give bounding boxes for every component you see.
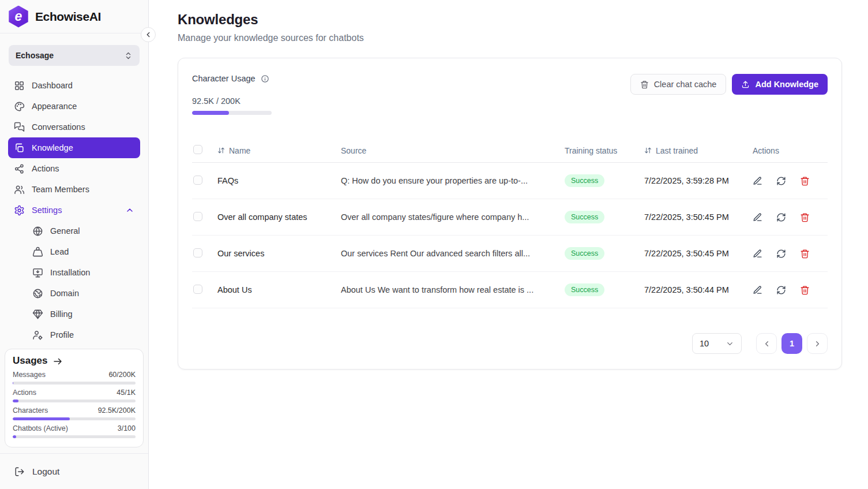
sidebar-collapse-button[interactable] <box>141 27 156 42</box>
row-source: About Us We want to transform how real e… <box>341 285 565 294</box>
add-knowledge-button[interactable]: Add Knowledge <box>732 74 828 95</box>
column-header-source: Source <box>341 146 565 155</box>
status-badge: Success <box>565 247 604 260</box>
previous-page-button[interactable] <box>756 333 777 354</box>
row-checkbox[interactable] <box>193 285 202 294</box>
usage-value: 45/1K <box>117 389 136 397</box>
conversations-icon <box>14 122 25 133</box>
sidebar-nav: Dashboard Appearance Conversations Knowl… <box>0 75 148 345</box>
row-name: About Us <box>217 285 341 294</box>
sidebar-item-knowledge[interactable]: Knowledge <box>8 137 140 158</box>
table-row: Over all company states Over all company… <box>192 199 828 236</box>
sidebar-item-general[interactable]: General <box>8 221 140 241</box>
trash-icon <box>640 80 649 89</box>
row-checkbox[interactable] <box>193 248 202 257</box>
sidebar-item-lead[interactable]: Lead <box>8 241 140 262</box>
sidebar-item-domain[interactable]: Domain <box>8 283 140 304</box>
chevron-left-icon <box>762 339 771 348</box>
delete-button[interactable] <box>800 249 810 259</box>
delete-button[interactable] <box>800 285 810 295</box>
sidebar-item-dashboard[interactable]: Dashboard <box>8 75 140 96</box>
brand-name: EchowiseAI <box>35 10 101 24</box>
page-size-select[interactable]: 10 <box>692 333 742 354</box>
trash-icon <box>800 212 810 222</box>
row-name: Over all company states <box>217 212 341 222</box>
row-checkbox[interactable] <box>193 176 202 185</box>
page-number-button[interactable]: 1 <box>781 333 802 354</box>
sidebar-item-installation[interactable]: Installation <box>8 262 140 283</box>
upload-icon <box>741 80 750 89</box>
edit-button[interactable] <box>753 212 762 222</box>
usage-value: 3/100 <box>118 424 136 432</box>
sidebar-item-label: Knowledge <box>32 143 73 152</box>
edit-button[interactable] <box>753 249 762 259</box>
appearance-icon <box>14 101 25 112</box>
sidebar-item-settings[interactable]: Settings <box>8 200 140 221</box>
refresh-icon <box>776 285 786 295</box>
knowledge-icon <box>14 143 25 154</box>
add-knowledge-label: Add Knowledge <box>755 80 818 89</box>
workspace-selector[interactable]: Echosage <box>9 45 140 66</box>
usages-title: Usages <box>13 355 136 367</box>
select-all-checkbox[interactable] <box>193 145 202 154</box>
brand-header: e EchowiseAI <box>0 0 148 33</box>
next-page-button[interactable] <box>807 333 828 354</box>
delete-button[interactable] <box>800 176 810 186</box>
table-row: About Us About Us We want to transform h… <box>192 272 828 308</box>
brand-logo: e <box>7 6 29 28</box>
usage-row-chatbots: Chatbots (Active) 3/100 <box>13 424 136 438</box>
sidebar-item-label: General <box>50 226 80 236</box>
table-header-row: Name Source Training status Last trained… <box>192 139 828 163</box>
chevron-right-icon <box>813 339 822 348</box>
column-header-last-trained[interactable]: Last trained <box>644 146 753 155</box>
sidebar-item-label: Actions <box>32 164 59 173</box>
refresh-icon <box>776 176 786 186</box>
row-checkbox[interactable] <box>193 212 202 221</box>
retrain-button[interactable] <box>776 249 786 259</box>
row-name: Our services <box>217 249 341 258</box>
row-last-trained: 7/22/2025, 3:50:45 PM <box>644 249 753 258</box>
sidebar-item-appearance[interactable]: Appearance <box>8 96 140 117</box>
retrain-button[interactable] <box>776 285 786 295</box>
delete-button[interactable] <box>800 212 810 222</box>
usage-value: 60/200K <box>108 371 136 379</box>
actions-icon <box>14 163 25 174</box>
clear-chat-cache-label: Clear chat cache <box>654 80 717 89</box>
edit-button[interactable] <box>753 285 762 295</box>
sidebar-item-team-members[interactable]: Team Members <box>8 179 140 200</box>
refresh-icon <box>776 212 786 222</box>
sidebar-item-label: Lead <box>50 247 69 256</box>
edit-button[interactable] <box>753 176 762 186</box>
sidebar-item-label: Settings <box>32 206 62 215</box>
settings-gear-icon <box>14 205 25 216</box>
sidebar-item-conversations[interactable]: Conversations <box>8 117 140 137</box>
sidebar-item-label: Billing <box>50 309 73 319</box>
column-header-label: Name <box>229 146 250 155</box>
sidebar-item-billing[interactable]: Billing <box>8 304 140 324</box>
sidebar-item-label: Appearance <box>32 102 77 111</box>
chevrons-up-down-icon <box>124 51 133 60</box>
table-row: FAQs Q: How do you ensure your propertie… <box>192 163 828 199</box>
main-content: Knowledges Manage your knowledge sources… <box>149 0 868 489</box>
column-header-name[interactable]: Name <box>217 146 341 155</box>
refresh-icon <box>776 249 786 259</box>
usage-label: Actions <box>13 389 36 397</box>
usages-card[interactable]: Usages Messages 60/200K Actions 45/1K Ch… <box>5 349 144 447</box>
logout-button[interactable]: Logout <box>0 453 148 489</box>
usages-title-label: Usages <box>13 355 47 367</box>
pen-icon <box>753 249 762 259</box>
sidebar-item-profile[interactable]: Profile <box>8 324 140 345</box>
retrain-button[interactable] <box>776 176 786 186</box>
info-icon[interactable] <box>261 74 269 83</box>
usage-row-characters: Characters 92.5K/200K <box>13 406 136 420</box>
character-usage-progress-bar <box>192 111 272 115</box>
retrain-button[interactable] <box>776 212 786 222</box>
globe-icon <box>32 226 43 237</box>
sidebar-item-label: Dashboard <box>32 81 73 90</box>
trash-icon <box>800 285 810 295</box>
row-last-trained: 7/22/2025, 3:50:44 PM <box>644 285 753 294</box>
sidebar-item-actions[interactable]: Actions <box>8 158 140 179</box>
sidebar-item-label: Conversations <box>32 122 85 132</box>
domain-globe-icon <box>32 288 43 299</box>
clear-chat-cache-button[interactable]: Clear chat cache <box>630 74 727 95</box>
